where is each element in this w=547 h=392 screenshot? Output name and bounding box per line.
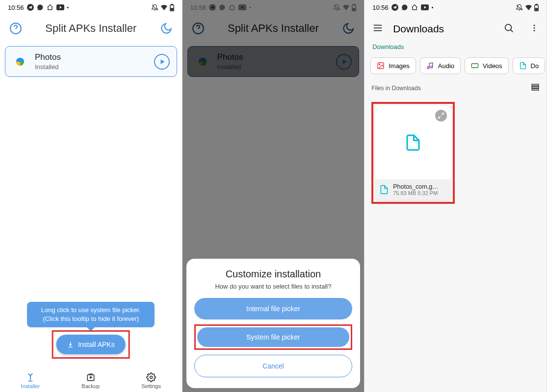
chip-images[interactable]: Images bbox=[370, 57, 416, 74]
wifi-icon bbox=[160, 4, 168, 10]
install-highlight: Install APKs bbox=[52, 330, 130, 359]
internal-file-picker-button[interactable]: Internal file picker bbox=[194, 298, 353, 319]
install-apks-button[interactable]: Install APKs bbox=[56, 335, 126, 354]
app-card-photos[interactable]: Photos Installed bbox=[5, 46, 177, 77]
filter-chips: Images Audio Videos Do bbox=[365, 55, 547, 80]
svg-point-33 bbox=[430, 66, 432, 68]
youtube-icon bbox=[56, 4, 64, 10]
chip-documents[interactable]: Do bbox=[513, 57, 546, 74]
svg-rect-4 bbox=[171, 4, 173, 5]
chip-audio[interactable]: Audio bbox=[420, 57, 461, 74]
battery-icon bbox=[170, 4, 174, 11]
view-toggle-button[interactable] bbox=[531, 83, 540, 93]
photos-logo-icon bbox=[12, 54, 28, 70]
status-bar: 10:56 • bbox=[0, 0, 182, 15]
bottom-nav: Installer Backup Settings bbox=[0, 369, 182, 389]
svg-point-25 bbox=[505, 24, 511, 31]
document-small-icon bbox=[379, 185, 389, 195]
home-icon bbox=[411, 4, 418, 11]
files-section-header: Files in Downloads bbox=[365, 80, 547, 97]
svg-rect-5 bbox=[171, 8, 173, 10]
status-bar: 10:56 • bbox=[365, 0, 547, 15]
status-time: 10:56 bbox=[372, 4, 389, 11]
chat-icon bbox=[37, 4, 44, 11]
launch-app-button[interactable] bbox=[154, 54, 170, 70]
sheet-title: Customize installation bbox=[194, 269, 353, 280]
breadcrumb[interactable]: Downloads bbox=[365, 41, 547, 55]
files-in-label: Files in Downloads bbox=[371, 85, 421, 92]
status-time: 10:56 bbox=[8, 4, 24, 11]
youtube-icon bbox=[421, 4, 429, 10]
svg-point-32 bbox=[427, 67, 429, 69]
svg-point-29 bbox=[533, 30, 535, 31]
downloads-header: Downloads bbox=[365, 15, 547, 41]
svg-rect-34 bbox=[471, 64, 478, 68]
sheet-subtitle: How do you want to select files to insta… bbox=[194, 283, 353, 290]
cancel-button[interactable]: Cancel bbox=[194, 355, 353, 377]
app-title: Split APKs Installer bbox=[24, 22, 158, 35]
theme-toggle[interactable] bbox=[158, 21, 174, 36]
battery-icon bbox=[534, 4, 539, 11]
file-subtitle: 75.83 MB 5:32 PM bbox=[393, 190, 447, 196]
svg-rect-36 bbox=[532, 87, 539, 88]
nav-installer[interactable]: Installer bbox=[21, 372, 40, 389]
svg-point-8 bbox=[150, 376, 153, 379]
screen-dialog: 10:56 • Split APKs Installer Photos In bbox=[182, 0, 365, 392]
svg-rect-37 bbox=[532, 89, 539, 90]
wifi-icon bbox=[525, 4, 532, 10]
svg-rect-21 bbox=[535, 8, 538, 10]
app-name: Photos bbox=[35, 52, 147, 62]
chip-videos[interactable]: Videos bbox=[465, 57, 509, 74]
telegram-icon bbox=[27, 4, 34, 11]
svg-point-28 bbox=[533, 27, 535, 29]
screen-downloads: 10:56 • Downloads Downloads Images Audio bbox=[365, 0, 547, 392]
svg-rect-35 bbox=[532, 84, 539, 86]
chat-icon bbox=[401, 4, 408, 11]
install-tooltip[interactable]: Long click to use system file picker. (C… bbox=[27, 302, 155, 327]
telegram-icon bbox=[391, 4, 398, 11]
page-title: Downloads bbox=[393, 23, 494, 35]
svg-rect-20 bbox=[536, 4, 537, 5]
home-icon bbox=[47, 4, 53, 11]
file-highlight: Photos_com,g… 75.83 MB 5:32 PM bbox=[371, 102, 455, 204]
svg-point-27 bbox=[533, 24, 535, 26]
file-tile[interactable]: Photos_com,g… 75.83 MB 5:32 PM bbox=[375, 106, 451, 200]
screen-installer: 10:56 • Split APKs Installer Photos Inst… bbox=[0, 0, 182, 392]
expand-icon[interactable] bbox=[435, 110, 447, 122]
menu-button[interactable] bbox=[372, 23, 383, 35]
system-file-picker-button[interactable]: System file picker bbox=[197, 327, 350, 347]
more-icon: • bbox=[432, 5, 434, 10]
svg-line-26 bbox=[510, 30, 513, 32]
help-button[interactable] bbox=[8, 21, 24, 36]
file-name: Photos_com,g… bbox=[393, 183, 447, 190]
app-header: Split APKs Installer bbox=[0, 15, 182, 46]
system-file-picker-highlight: System file picker bbox=[194, 324, 353, 350]
dnd-icon bbox=[151, 4, 158, 11]
nav-backup[interactable]: Backup bbox=[81, 372, 100, 389]
svg-point-31 bbox=[379, 64, 380, 65]
app-status: Installed bbox=[35, 63, 147, 71]
dnd-icon bbox=[516, 4, 523, 11]
more-icon: • bbox=[67, 5, 69, 10]
search-button[interactable] bbox=[503, 23, 514, 35]
document-icon bbox=[404, 134, 422, 151]
more-options-button[interactable] bbox=[530, 23, 539, 35]
customize-installation-sheet: Customize installation How do you want t… bbox=[186, 259, 361, 388]
nav-settings[interactable]: Settings bbox=[141, 372, 161, 389]
